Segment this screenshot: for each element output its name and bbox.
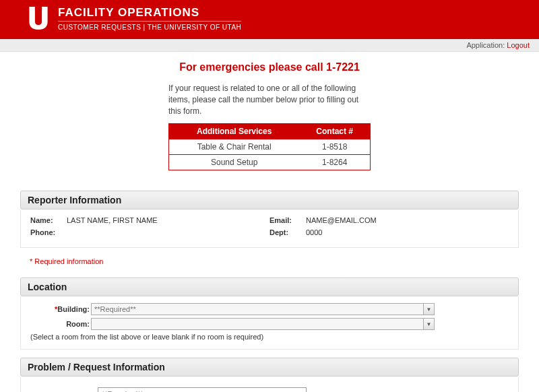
location-body: *Building: ▼ Room: ▼ (Select a room from… xyxy=(20,296,519,350)
reporter-email-value: NAME@EMAIL.COM xyxy=(306,216,377,224)
application-label: Application: xyxy=(466,41,505,49)
reporter-info-body: Name: LAST NAME, FIRST NAME Email: NAME@… xyxy=(20,209,519,248)
reporter-name-value: LAST NAME, FIRST NAME xyxy=(67,216,158,224)
top-bar: Application: Logout xyxy=(0,39,539,52)
room-input[interactable] xyxy=(91,318,424,330)
building-dropdown-button[interactable]: ▼ xyxy=(424,303,435,315)
problem-heading: Problem / Request Information xyxy=(20,358,519,377)
reporter-info-heading: Reporter Information xyxy=(20,191,519,209)
header-banner: FACILITY OPERATIONS CUSTOMER REQUESTS | … xyxy=(0,0,539,39)
services-header-service: Additional Services xyxy=(169,124,300,139)
reporter-name-label: Name: xyxy=(30,216,63,224)
svg-rect-1 xyxy=(35,7,42,10)
reporter-dept-label: Dept: xyxy=(270,228,302,236)
building-input[interactable] xyxy=(91,303,424,315)
reporter-email-label: Email: xyxy=(270,216,302,224)
table-row: Table & Chair Rental 1-8518 xyxy=(169,139,371,155)
banner-title: FACILITY OPERATIONS xyxy=(58,6,241,20)
reporter-dept-value: 0000 xyxy=(306,228,322,236)
logout-link[interactable]: Logout xyxy=(507,41,530,49)
emergency-notice: For emergencies please call 1-7221 xyxy=(20,61,519,73)
room-dropdown-button[interactable]: ▼ xyxy=(424,318,435,330)
intro-text: If your request is related to one or all… xyxy=(168,83,371,117)
description-textarea[interactable] xyxy=(98,387,307,392)
problem-body: *Description: *Contact Name: *Contact Em… xyxy=(20,377,519,392)
additional-services-table: Additional Services Contact # Table & Ch… xyxy=(168,123,371,170)
required-note: * Required information xyxy=(20,248,519,272)
table-row: Sound Setup 1-8264 xyxy=(169,155,371,170)
reporter-phone-label: Phone: xyxy=(30,228,63,236)
university-logo-icon xyxy=(27,5,50,31)
services-header-contact: Contact # xyxy=(299,124,370,139)
room-hint: (Select a room from the list above or le… xyxy=(30,333,509,341)
banner-subtitle: CUSTOMER REQUESTS | THE UNIVERSITY OF UT… xyxy=(58,21,241,31)
location-heading: Location xyxy=(20,277,519,296)
building-label: Building: xyxy=(57,305,90,313)
room-label: Room: xyxy=(66,320,90,328)
